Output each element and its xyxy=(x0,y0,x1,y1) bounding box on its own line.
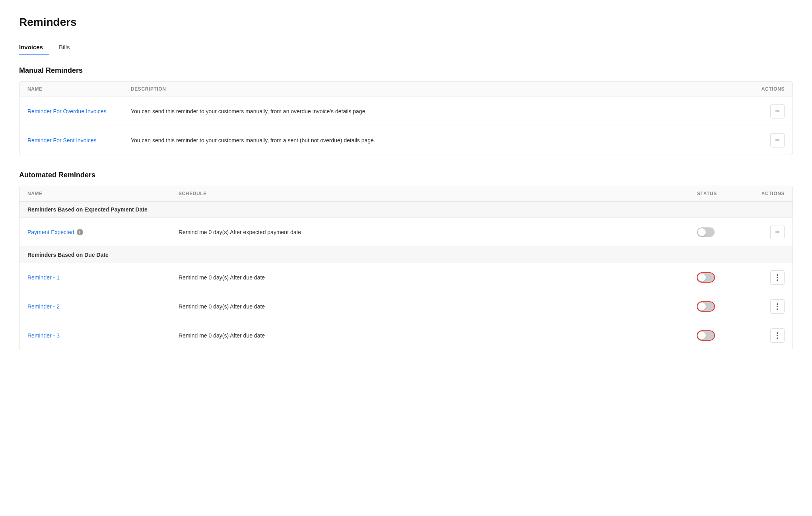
table-row: Reminder - 2 Remind me 0 day(s) After du… xyxy=(19,292,793,321)
pencil-icon: ✏ xyxy=(775,229,780,236)
toggle-knob xyxy=(698,303,706,310)
auto-status-payment-expected xyxy=(697,227,745,237)
auto-schedule-reminder3: Remind me 0 day(s) After due date xyxy=(179,332,697,339)
auto-name-cell-reminder3: Reminder - 3 xyxy=(27,332,179,339)
edit-button-payment-expected[interactable]: ✏ xyxy=(770,225,785,239)
auto-actions-reminder2 xyxy=(745,299,785,314)
edit-button-1[interactable]: ✏ xyxy=(770,104,785,118)
automated-table-header: NAME SCHEDULE STATUS ACTIONS xyxy=(19,186,793,202)
dot xyxy=(777,332,778,334)
dot xyxy=(777,335,778,336)
toggle-knob xyxy=(698,274,706,281)
pencil-icon: ✏ xyxy=(775,137,780,144)
section-expected-payment: Reminders Based on Expected Payment Date xyxy=(19,202,793,218)
dot xyxy=(777,303,778,305)
toggle-payment-expected[interactable] xyxy=(697,227,715,237)
dot xyxy=(777,306,778,307)
manual-table-header: NAME DESCRIPTION ACTIONS xyxy=(19,81,793,97)
toggle-knob xyxy=(698,228,706,236)
auto-col-name: NAME xyxy=(27,191,179,196)
edit-button-2[interactable]: ✏ xyxy=(770,133,785,147)
automated-reminders-table: NAME SCHEDULE STATUS ACTIONS Reminders B… xyxy=(19,186,793,350)
table-row: Reminder For Sent Invoices You can send … xyxy=(19,126,793,155)
dot xyxy=(777,277,778,278)
more-options-button-reminder3[interactable] xyxy=(770,328,785,343)
tab-bills[interactable]: Bills xyxy=(59,40,76,55)
manual-col-actions: ACTIONS xyxy=(753,86,785,92)
tab-invoices[interactable]: Invoices xyxy=(19,40,49,55)
toggle-knob xyxy=(698,332,706,339)
manual-actions-cell-1: ✏ xyxy=(753,104,785,118)
manual-reminder-desc-1: You can send this reminder to your custo… xyxy=(131,108,753,114)
auto-reminder-name-payment-expected[interactable]: Payment Expected xyxy=(27,229,74,235)
auto-name-cell-payment-expected: Payment Expected i xyxy=(27,229,179,235)
auto-actions-reminder1 xyxy=(745,270,785,285)
auto-col-schedule: SCHEDULE xyxy=(179,191,697,196)
auto-col-actions: ACTIONS xyxy=(745,191,785,196)
manual-reminders-heading: Manual Reminders xyxy=(19,66,793,75)
auto-schedule-payment-expected: Remind me 0 day(s) After expected paymen… xyxy=(179,229,697,235)
manual-col-description: DESCRIPTION xyxy=(131,86,753,92)
dot xyxy=(777,338,778,339)
more-options-button-reminder2[interactable] xyxy=(770,299,785,314)
info-icon[interactable]: i xyxy=(77,229,83,235)
auto-schedule-reminder2: Remind me 0 day(s) After due date xyxy=(179,303,697,310)
dot xyxy=(777,274,778,276)
auto-status-reminder2 xyxy=(697,302,745,311)
auto-actions-payment-expected: ✏ xyxy=(745,225,785,239)
toggle-reminder3[interactable] xyxy=(697,331,715,340)
manual-reminder-desc-2: You can send this reminder to your custo… xyxy=(131,137,753,144)
auto-col-status: STATUS xyxy=(697,191,745,196)
manual-col-name: NAME xyxy=(27,86,131,92)
dot xyxy=(777,279,778,281)
page-title: Reminders xyxy=(19,16,793,29)
table-row: Reminder For Overdue Invoices You can se… xyxy=(19,97,793,126)
manual-reminder-name-2[interactable]: Reminder For Sent Invoices xyxy=(27,137,131,144)
auto-reminder-name-1[interactable]: Reminder - 1 xyxy=(27,274,60,281)
auto-name-cell-reminder2: Reminder - 2 xyxy=(27,303,179,310)
table-row: Payment Expected i Remind me 0 day(s) Af… xyxy=(19,218,793,247)
table-row: Reminder - 1 Remind me 0 day(s) After du… xyxy=(19,263,793,292)
manual-actions-cell-2: ✏ xyxy=(753,133,785,147)
manual-reminders-table: NAME DESCRIPTION ACTIONS Reminder For Ov… xyxy=(19,81,793,155)
table-row: Reminder - 3 Remind me 0 day(s) After du… xyxy=(19,321,793,350)
section-due-date: Reminders Based on Due Date xyxy=(19,247,793,263)
more-options-button-reminder1[interactable] xyxy=(770,270,785,285)
pencil-icon: ✏ xyxy=(775,108,780,115)
auto-actions-reminder3 xyxy=(745,328,785,343)
auto-reminder-name-2[interactable]: Reminder - 2 xyxy=(27,303,60,310)
manual-reminder-name-1[interactable]: Reminder For Overdue Invoices xyxy=(27,108,131,114)
toggle-reminder1[interactable] xyxy=(697,273,715,282)
tabs-container: Invoices Bills xyxy=(19,40,793,55)
auto-schedule-reminder1: Remind me 0 day(s) After due date xyxy=(179,274,697,281)
toggle-reminder2[interactable] xyxy=(697,302,715,311)
auto-name-cell-reminder1: Reminder - 1 xyxy=(27,274,179,281)
dot xyxy=(777,308,778,310)
auto-status-reminder3 xyxy=(697,331,745,340)
auto-reminder-name-3[interactable]: Reminder - 3 xyxy=(27,332,60,339)
automated-reminders-heading: Automated Reminders xyxy=(19,171,793,179)
auto-status-reminder1 xyxy=(697,273,745,282)
